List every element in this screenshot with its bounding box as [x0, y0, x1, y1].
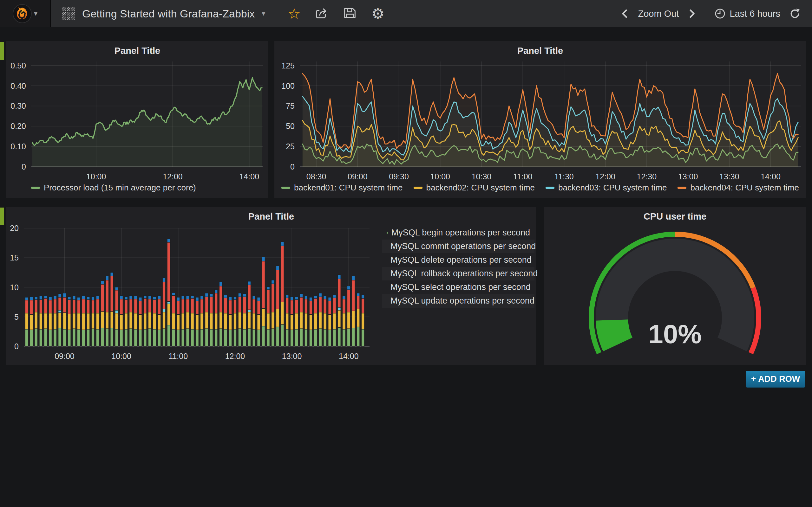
svg-text:08:30: 08:30	[306, 172, 326, 181]
svg-text:50: 50	[286, 122, 295, 130]
svg-text:0: 0	[14, 342, 19, 351]
svg-text:10:00: 10:00	[86, 172, 106, 181]
grafana-logo[interactable]: ▾	[0, 0, 51, 27]
legend-color-marker	[31, 187, 40, 189]
svg-text:09:30: 09:30	[389, 172, 409, 181]
panel-processor-load: Panel Title 10:0012:0014:0000.100.200.30…	[6, 41, 268, 198]
legend-item[interactable]: backend04: CPU system time	[677, 183, 799, 193]
svg-text:0: 0	[290, 162, 295, 171]
svg-text:100: 100	[281, 81, 295, 90]
dashboard: ▾ Getting Started with Grafana-Zabbix ▾ …	[0, 0, 812, 507]
legend-color-marker	[546, 187, 554, 189]
svg-text:13:00: 13:00	[678, 172, 698, 181]
svg-text:0.50: 0.50	[10, 61, 26, 70]
row-toggle-strip[interactable]	[0, 208, 4, 225]
legend-label: MySQL rollback operations per second	[391, 269, 538, 279]
zoom-out-button[interactable]: Zoom Out	[638, 9, 679, 19]
legend-label: Processor load (15 min average per core)	[44, 183, 196, 193]
legend-item[interactable]: MySQL commit operations per second	[382, 239, 535, 253]
svg-text:11:00: 11:00	[513, 172, 532, 181]
legend-item[interactable]: backend03: CPU system time	[546, 183, 667, 193]
legend-item[interactable]: MySQL begin operations per second	[382, 226, 535, 239]
legend-color-marker	[677, 187, 687, 189]
legend-label: backend02: CPU system time	[426, 183, 535, 193]
gear-icon[interactable]: ⚙	[370, 0, 385, 27]
legend-item[interactable]: backend01: CPU system time	[281, 183, 403, 193]
cpu-system-time-graph[interactable]: 08:3009:0009:3010:0010:3011:0011:3012:00…	[274, 41, 806, 198]
clock-icon	[714, 8, 726, 19]
chevron-left-icon[interactable]	[620, 9, 629, 18]
add-row-button[interactable]: + ADD ROW	[746, 371, 805, 388]
cpu-user-time-gauge[interactable]: 10%	[544, 207, 806, 365]
svg-text:09:00: 09:00	[55, 352, 74, 360]
svg-text:14:00: 14:00	[761, 172, 780, 181]
legend-label: MySQL commit operations per second	[391, 241, 536, 251]
svg-text:25: 25	[286, 142, 295, 151]
svg-text:75: 75	[286, 101, 295, 110]
grafana-logo-icon	[12, 4, 32, 23]
graph-legend: MySQL begin operations per secondMySQL c…	[382, 226, 535, 308]
legend-color-marker	[387, 232, 388, 234]
svg-text:11:00: 11:00	[168, 352, 188, 360]
navbar: ▾ Getting Started with Grafana-Zabbix ▾ …	[0, 0, 812, 27]
legend-item[interactable]: MySQL select operations per second	[382, 280, 535, 294]
legend-label: MySQL delete operations per second	[391, 255, 531, 265]
svg-text:09:00: 09:00	[348, 172, 368, 181]
legend-label: MySQL update operations per second	[391, 296, 535, 306]
legend-label: backend01: CPU system time	[294, 183, 403, 193]
processor-load-graph[interactable]: 10:0012:0014:0000.100.200.300.400.50	[6, 41, 268, 198]
legend-item[interactable]: MySQL update operations per second	[382, 294, 535, 308]
plus-icon: +	[751, 374, 756, 384]
svg-text:10: 10	[10, 283, 19, 292]
legend-label: MySQL begin operations per second	[392, 228, 530, 238]
logo-caret-icon: ▾	[34, 9, 38, 18]
svg-text:12:00: 12:00	[225, 352, 245, 360]
svg-text:10%: 10%	[648, 319, 702, 349]
svg-text:10:30: 10:30	[472, 172, 492, 181]
svg-text:0: 0	[21, 162, 26, 171]
legend-color-marker	[414, 187, 422, 189]
svg-text:10:00: 10:00	[430, 172, 450, 181]
legend-item[interactable]: Processor load (15 min average per core)	[31, 183, 196, 193]
panel-mysql-operations: Panel Title 09:0010:0011:0012:0013:0014:…	[6, 207, 536, 365]
time-range-label: Last 6 hours	[729, 9, 780, 19]
legend-color-marker	[281, 187, 290, 189]
dashboard-grid-icon	[62, 7, 75, 20]
refresh-icon[interactable]	[789, 8, 801, 20]
panel-cpu-system-time: Panel Title 08:3009:0009:3010:0010:3011:…	[274, 41, 806, 198]
legend-label: backend04: CPU system time	[690, 183, 799, 193]
save-icon[interactable]	[343, 6, 357, 21]
svg-text:12:30: 12:30	[637, 172, 657, 181]
svg-text:14:00: 14:00	[239, 172, 259, 181]
share-icon[interactable]	[315, 6, 329, 21]
svg-text:13:30: 13:30	[719, 172, 740, 181]
time-range-picker[interactable]: Last 6 hours	[714, 8, 780, 19]
svg-text:14:00: 14:00	[339, 352, 359, 360]
dashboard-title-caret-icon[interactable]: ▾	[262, 9, 265, 18]
legend-item[interactable]: MySQL rollback operations per second	[382, 267, 535, 280]
legend-item[interactable]: MySQL delete operations per second	[382, 253, 535, 267]
panel-cpu-user-time: CPU user time 10%	[544, 207, 806, 365]
row-toggle-strip[interactable]	[0, 42, 4, 60]
graph-legend: backend01: CPU system timebackend02: CPU…	[274, 183, 806, 193]
svg-text:0.10: 0.10	[10, 142, 26, 151]
graph-legend: Processor load (15 min average per core)	[31, 183, 196, 193]
legend-label: backend03: CPU system time	[558, 183, 667, 193]
legend-item[interactable]: backend02: CPU system time	[414, 183, 535, 193]
svg-text:5: 5	[14, 313, 19, 321]
svg-text:13:00: 13:00	[282, 352, 302, 360]
star-icon[interactable]: ☆	[287, 0, 301, 27]
svg-text:0.20: 0.20	[10, 122, 26, 130]
svg-text:125: 125	[281, 61, 295, 70]
svg-text:12:00: 12:00	[595, 172, 615, 181]
dashboard-title[interactable]: Getting Started with Grafana-Zabbix	[82, 8, 255, 20]
svg-text:0.40: 0.40	[10, 81, 26, 90]
svg-text:12:00: 12:00	[163, 172, 183, 181]
legend-label: MySQL select operations per second	[391, 282, 531, 292]
svg-text:20: 20	[10, 224, 19, 233]
svg-text:11:30: 11:30	[554, 172, 574, 181]
svg-text:10:00: 10:00	[111, 352, 131, 360]
svg-text:0.30: 0.30	[10, 101, 26, 110]
svg-text:15: 15	[10, 253, 19, 262]
chevron-right-icon[interactable]	[687, 9, 697, 18]
